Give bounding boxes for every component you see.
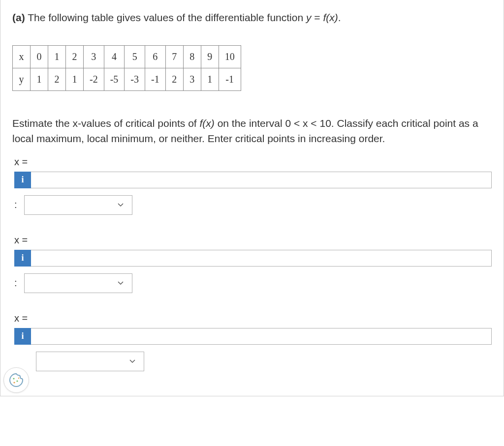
prompt-eq: = <box>311 12 323 23</box>
svg-point-3 <box>18 377 19 378</box>
prompt-after: . <box>338 12 341 23</box>
table-cell: -1 <box>219 68 241 90</box>
cookie-preferences-button[interactable] <box>3 367 29 393</box>
classification-select-3[interactable] <box>36 352 144 371</box>
question-container: (a) The following table gives values of … <box>0 0 504 396</box>
x-equals-label: x = <box>14 156 492 168</box>
table-cell: 9 <box>201 45 219 68</box>
input-row: i <box>14 250 492 267</box>
question-prompt: (a) The following table gives values of … <box>12 10 492 26</box>
x-value-input-3[interactable] <box>31 328 492 345</box>
classification-select-2[interactable] <box>24 273 132 293</box>
table-row-x: x 0 1 2 3 4 5 6 7 8 9 10 <box>13 45 241 68</box>
x-equals-label: x = <box>14 235 492 246</box>
instructions: Estimate the x-values of critical points… <box>12 116 492 147</box>
classification-select-wrap <box>24 273 132 293</box>
x-value-input-2[interactable] <box>31 250 492 267</box>
table-cell: 1 <box>201 68 219 90</box>
table-cell: -2 <box>84 68 104 90</box>
select-row <box>36 352 492 371</box>
data-table: x 0 1 2 3 4 5 6 7 8 9 10 y 1 2 1 -2 -5 -… <box>12 45 241 91</box>
info-icon: i <box>21 175 24 185</box>
table-cell: 5 <box>125 45 145 68</box>
prompt-fx: f(x) <box>323 12 338 23</box>
table-cell: 2 <box>165 68 183 90</box>
table-cell: -1 <box>145 68 166 90</box>
table-cell: 1 <box>31 68 48 90</box>
table-cell: x <box>13 45 31 68</box>
cookie-icon <box>8 372 25 388</box>
input-row: i <box>14 328 492 345</box>
table-cell: -5 <box>104 68 125 90</box>
table-cell: 7 <box>165 45 183 68</box>
classification-select-wrap <box>24 195 132 215</box>
select-row: : <box>12 195 492 215</box>
table-cell: 8 <box>183 45 201 68</box>
table-cell: 2 <box>66 45 84 68</box>
info-button[interactable]: i <box>14 172 31 188</box>
table-cell: 3 <box>84 45 104 68</box>
x-equals-label: x = <box>14 313 492 324</box>
table-cell: 1 <box>66 68 84 90</box>
table-cell: 4 <box>104 45 125 68</box>
svg-point-2 <box>13 382 15 383</box>
table-cell: 3 <box>183 68 201 90</box>
svg-point-0 <box>13 378 14 379</box>
table-cell: 0 <box>31 45 48 68</box>
prompt-text-1: The following table gives values of the … <box>25 12 306 23</box>
data-table-wrap: x 0 1 2 3 4 5 6 7 8 9 10 y 1 2 1 -2 -5 -… <box>12 45 492 91</box>
info-icon: i <box>21 331 24 341</box>
classification-select-wrap <box>36 352 144 371</box>
table-cell: 10 <box>219 45 241 68</box>
critical-point-block-1: x = i : <box>12 156 492 215</box>
input-row: i <box>14 172 492 188</box>
instructions-fx: f(x) <box>200 118 215 129</box>
info-button[interactable]: i <box>14 328 31 345</box>
info-icon: i <box>21 253 24 263</box>
colon-label: : <box>12 277 19 289</box>
instructions-text-1: Estimate the x-values of critical points… <box>12 118 200 129</box>
table-cell: y <box>13 68 31 90</box>
prompt-y: y <box>306 12 312 23</box>
part-label: (a) <box>12 12 25 23</box>
select-row: : <box>12 273 492 293</box>
classification-select-1[interactable] <box>24 195 132 215</box>
x-value-input-1[interactable] <box>31 172 492 188</box>
table-cell: 2 <box>48 68 66 90</box>
table-cell: 6 <box>145 45 166 68</box>
svg-point-1 <box>16 380 18 382</box>
info-button[interactable]: i <box>14 250 31 267</box>
table-row-y: y 1 2 1 -2 -5 -3 -1 2 3 1 -1 <box>13 68 241 90</box>
table-cell: 1 <box>48 45 66 68</box>
critical-point-block-3: x = i <box>12 313 492 371</box>
critical-point-block-2: x = i : <box>12 235 492 293</box>
colon-label: : <box>12 199 19 210</box>
table-cell: -3 <box>125 68 145 90</box>
